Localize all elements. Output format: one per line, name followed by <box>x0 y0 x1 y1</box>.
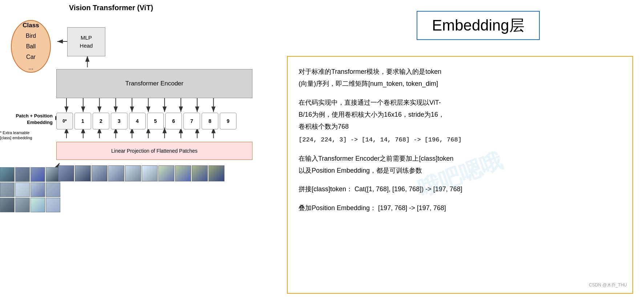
patch-position-label: Patch + PositionEmbedding <box>0 113 53 126</box>
info-code-1: [224, 224, 3] -> [14, 14, 768] -> [196, … <box>299 134 621 146</box>
patch-11 <box>46 198 60 212</box>
linear-projection-box: Linear Projection of Flattened Patches <box>56 142 252 160</box>
class-label: Class <box>23 20 39 31</box>
patch-4 <box>0 182 15 197</box>
info-para3-line2: 以及Position Embedding，都是可训练参数 <box>299 165 621 177</box>
large-patch-8 <box>192 165 208 181</box>
large-patch-4 <box>125 165 141 181</box>
large-patch-2 <box>92 165 108 181</box>
info-para2-line2: B/16为例，使用卷积核大小为16x16，stride为16， <box>299 109 621 121</box>
token-6: 6 <box>165 113 182 129</box>
patch-10 <box>31 198 45 212</box>
right-panel: Embedding层 哦吧嗯哦 对于标准的Transformer模块，要求输入的… <box>276 0 644 301</box>
diagram-area: Class Bird Ball Car ... MLP Head Transfo… <box>0 0 276 284</box>
large-patch-0 <box>58 165 74 181</box>
patch-7 <box>46 182 60 197</box>
info-para1-line2: (向量)序列，即二维矩阵[num_token, token_dim] <box>299 78 621 90</box>
left-panel: Vision Transformer (ViT) <box>0 0 276 301</box>
large-patch-3 <box>108 165 124 181</box>
patches-area <box>0 167 60 212</box>
class-item-bird: Bird <box>26 31 36 41</box>
page-container: Vision Transformer (ViT) <box>0 0 644 301</box>
large-patch-9 <box>208 165 224 181</box>
token-2: 2 <box>93 113 109 129</box>
transformer-encoder-label: Transformer Encoder <box>125 80 183 87</box>
extra-note-text: * Extra learnable[class] embedding <box>0 131 32 140</box>
info-para5: 叠加Position Embedding： [197, 768] -> [197… <box>299 202 621 214</box>
info-para4: 拼接[class]token： Cat([1, 768], [196, 768]… <box>299 183 621 195</box>
info-para2-line1: 在代码实现中，直接通过一个卷积层来实现以ViT- <box>299 97 621 109</box>
info-para1-line1: 对于标准的Transformer模块，要求输入的是token <box>299 66 621 78</box>
token-1: 1 <box>74 113 91 129</box>
patch-row-3 <box>0 198 60 212</box>
patch-row-2 <box>0 182 60 197</box>
class-box: Class Bird Ball Car ... <box>11 20 51 73</box>
token-9: 9 <box>220 113 236 129</box>
large-patches-area <box>58 165 224 181</box>
info-para2-line3: 卷积核个数为768 <box>299 121 621 133</box>
linear-projection-label: Linear Projection of Flattened Patches <box>111 148 197 154</box>
patch-2 <box>31 167 45 182</box>
token-5: 5 <box>147 113 164 129</box>
extra-note: * Extra learnable[class] embedding <box>0 130 56 141</box>
page-title: Embedding层 <box>417 11 539 40</box>
tokens-row: 0* 1 2 3 4 5 6 7 8 9 <box>56 113 236 129</box>
large-patch-6 <box>158 165 174 181</box>
info-box: 哦吧嗯哦 对于标准的Transformer模块，要求输入的是token (向量)… <box>287 56 633 294</box>
info-para3-line1: 在输入Transformer Encoder之前需要加上[class]token <box>299 153 621 165</box>
mlp-line1: MLP <box>81 34 92 42</box>
token-8: 8 <box>202 113 218 129</box>
token-4: 4 <box>129 113 146 129</box>
patch-8 <box>0 198 15 212</box>
patch-row-1 <box>0 167 60 182</box>
large-patch-1 <box>75 165 91 181</box>
info-section-1: 对于标准的Transformer模块，要求输入的是token (向量)序列，即二… <box>299 66 621 90</box>
transformer-encoder-box: Transformer Encoder <box>56 69 252 98</box>
token-0: 0* <box>56 113 73 129</box>
patch-0 <box>0 167 15 182</box>
class-item-car: Car <box>26 52 36 63</box>
info-section-4: 拼接[class]token： Cat([1, 768], [196, 768]… <box>299 183 621 195</box>
large-patch-5 <box>142 165 158 181</box>
patch-5 <box>15 182 30 197</box>
token-7: 7 <box>183 113 200 129</box>
patch-position-text: Patch + PositionEmbedding <box>16 113 53 125</box>
mlp-head-box: MLP Head <box>67 27 105 56</box>
token-3: 3 <box>111 113 127 129</box>
info-section-2: 在代码实现中，直接通过一个卷积层来实现以ViT- B/16为例，使用卷积核大小为… <box>299 97 621 146</box>
patch-6 <box>31 182 45 197</box>
large-patch-7 <box>175 165 191 181</box>
patch-1 <box>15 167 30 182</box>
info-section-3: 在输入Transformer Encoder之前需要加上[class]token… <box>299 153 621 177</box>
class-item-ball: Ball <box>26 41 36 52</box>
info-section-5: 叠加Position Embedding： [197, 768] -> [197… <box>299 202 621 214</box>
mlp-line2: Head <box>80 42 93 50</box>
csdn-credit: CSDN @木乔_THU <box>589 281 627 289</box>
class-item-dots: ... <box>28 63 33 73</box>
patch-9 <box>15 198 30 212</box>
